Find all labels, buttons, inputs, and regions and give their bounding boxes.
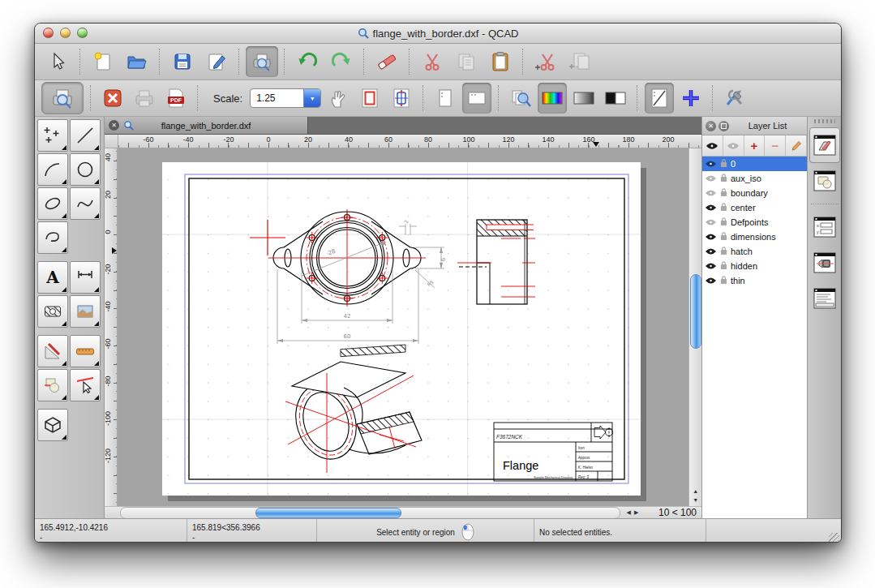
close-print-preview-button[interactable]	[98, 83, 127, 114]
copy-with-reference-button[interactable]	[564, 46, 596, 77]
eye-icon[interactable]	[705, 247, 717, 255]
lock-icon[interactable]	[720, 158, 727, 170]
float-panel-button[interactable]	[718, 121, 729, 131]
pdf-export-button[interactable]: PDF	[161, 83, 191, 114]
print-preview-button[interactable]	[246, 46, 278, 77]
coordinate-panel-button[interactable]: x: y:	[809, 209, 840, 245]
lock-icon[interactable]	[720, 260, 727, 272]
show-paper-borders-button[interactable]	[355, 83, 384, 114]
layer-list-panel-button[interactable]	[809, 127, 840, 163]
new-file-button[interactable]	[87, 46, 119, 77]
lock-icon[interactable]	[720, 246, 727, 257]
print-button[interactable]	[130, 83, 159, 114]
cut-button[interactable]	[416, 46, 448, 77]
polyline-tool-button[interactable]	[37, 221, 68, 254]
lock-icon[interactable]	[720, 187, 727, 199]
title-bar[interactable]: flange_with_border.dxf - QCAD	[35, 24, 841, 44]
isometric-tool-button[interactable]	[37, 409, 68, 441]
draw-settings-button[interactable]	[37, 335, 68, 367]
eye-icon[interactable]	[705, 262, 717, 270]
horizontal-scroll-thumb[interactable]	[255, 508, 401, 518]
black-white-button[interactable]	[601, 83, 630, 114]
dimension-tool-button[interactable]	[70, 261, 101, 294]
cut-with-reference-button[interactable]	[530, 46, 562, 77]
zoom-window-button[interactable]	[77, 28, 88, 38]
line-tool-button[interactable]	[70, 119, 101, 152]
chevron-down-icon[interactable]: ▼	[303, 89, 320, 107]
remove-layer-button[interactable]: −	[765, 135, 786, 156]
close-panel-button[interactable]: ✕	[706, 121, 716, 131]
arc-tool-button[interactable]	[37, 153, 68, 186]
redo-button[interactable]	[325, 46, 358, 77]
layer-row[interactable]: aux_iso	[702, 171, 807, 186]
draft-mode-button[interactable]	[645, 83, 674, 114]
eye-icon[interactable]	[705, 189, 717, 197]
auto-fit-drawing-button[interactable]	[387, 83, 416, 114]
save-button[interactable]	[166, 46, 199, 77]
full-color-button[interactable]	[538, 83, 567, 114]
paste-button[interactable]	[484, 46, 517, 77]
library-browser-panel-button[interactable]	[809, 245, 840, 281]
pan-button[interactable]	[324, 83, 353, 114]
info-tool-button[interactable]	[37, 369, 68, 401]
layer-row[interactable]: 0	[702, 157, 807, 171]
close-window-button[interactable]	[43, 28, 54, 38]
eye-icon[interactable]	[705, 233, 717, 241]
landscape-button[interactable]	[462, 83, 491, 114]
drawing-canvas[interactable]: 42 60 28 2 6 R5	[118, 148, 688, 506]
delete-button[interactable]	[371, 46, 403, 77]
tab-close-icon[interactable]: ✕	[109, 120, 119, 131]
portrait-button[interactable]	[431, 83, 460, 114]
dock-grip[interactable]	[814, 119, 835, 123]
layer-row[interactable]: center	[702, 200, 807, 215]
scroll-left-arrow[interactable]: ◀	[627, 509, 634, 515]
circle-tool-button[interactable]	[70, 153, 101, 186]
vertical-scroll-thumb[interactable]	[690, 274, 701, 349]
hide-all-layers-button[interactable]	[723, 135, 744, 156]
horizontal-scrollbar[interactable]	[120, 507, 620, 519]
text-tool-button[interactable]: A	[37, 261, 68, 294]
copy-button[interactable]	[450, 46, 483, 77]
minimize-window-button[interactable]	[60, 28, 71, 38]
eye-icon[interactable]	[705, 277, 717, 285]
eye-icon[interactable]	[705, 218, 717, 226]
image-tool-button[interactable]	[70, 295, 101, 328]
resize-grip[interactable]	[829, 533, 839, 543]
auto-zero-button[interactable]	[676, 83, 706, 114]
eye-icon[interactable]	[705, 174, 717, 182]
grayscale-button[interactable]	[569, 83, 598, 114]
layer-row[interactable]: boundary	[702, 186, 807, 200]
ellipse-tool-button[interactable]	[37, 187, 68, 220]
lock-icon[interactable]	[720, 217, 727, 228]
layer-row[interactable]: hatch	[702, 244, 807, 259]
eye-icon[interactable]	[705, 160, 717, 168]
layer-row[interactable]: Defpoints	[702, 215, 807, 230]
hatch-tool-button[interactable]	[37, 295, 68, 328]
layer-row[interactable]: dimensions	[702, 230, 807, 244]
lock-icon[interactable]	[720, 275, 727, 286]
vertical-scrollbar[interactable]: ▲ ▼	[688, 148, 701, 506]
lock-icon[interactable]	[720, 173, 727, 184]
scale-combobox[interactable]: 1.25 ▼	[250, 88, 321, 108]
scroll-right-arrow[interactable]: ▶	[634, 509, 641, 515]
measure-tool-button[interactable]	[70, 335, 101, 367]
zoom-overview-button[interactable]	[506, 83, 535, 114]
pointer-tool-button[interactable]	[41, 46, 74, 77]
lock-icon[interactable]	[720, 231, 727, 242]
scroll-up-arrow[interactable]: ▲	[689, 487, 701, 496]
add-layer-button[interactable]: +	[744, 135, 766, 156]
preferences-button[interactable]	[720, 83, 749, 114]
print-preview-active-button[interactable]	[41, 82, 84, 114]
lock-icon[interactable]	[720, 202, 727, 213]
command-line-panel-button[interactable]	[809, 281, 840, 316]
select-tool-button[interactable]	[70, 369, 101, 401]
document-tab[interactable]: ✕ flange_with_border.dxf	[105, 117, 308, 134]
save-as-button[interactable]	[200, 46, 233, 77]
open-file-button[interactable]	[121, 46, 153, 77]
layer-row[interactable]: hidden	[702, 259, 807, 273]
layer-row[interactable]: thin	[702, 273, 807, 288]
eye-icon[interactable]	[705, 204, 717, 212]
spline-tool-button[interactable]	[70, 187, 101, 220]
point-tool-button[interactable]	[37, 119, 68, 152]
block-list-panel-button[interactable]	[809, 163, 840, 199]
